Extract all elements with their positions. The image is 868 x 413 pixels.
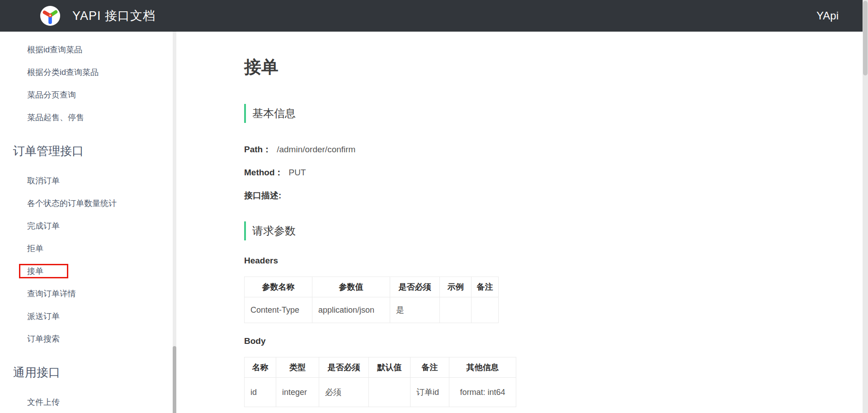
sidebar-item[interactable]: 取消订单 <box>0 169 176 192</box>
sidebar-item[interactable]: 拒单 <box>0 237 176 260</box>
body-table-label: Body <box>244 336 863 347</box>
sidebar-item-label: 完成订单 <box>27 221 60 231</box>
sidebar-item[interactable]: 菜品起售、停售 <box>0 106 176 129</box>
description-row: 接口描述: <box>244 190 863 202</box>
body-table: 名称类型是否必须默认值备注其他信息idinteger必须订单idformat: … <box>244 357 516 407</box>
sidebar-item-label: 根据分类id查询菜品 <box>27 67 99 78</box>
section-heading-request-params: 请求参数 <box>244 221 863 240</box>
sidebar-scrollbar-thumb[interactable] <box>173 346 176 413</box>
sidebar: 根据id查询菜品根据分类id查询菜品菜品分页查询菜品起售、停售订单管理接口取消订… <box>0 32 176 413</box>
sidebar-item-active[interactable]: 接单 <box>0 260 176 282</box>
headers-table-label: Headers <box>244 255 863 266</box>
table-cell: id <box>245 378 276 407</box>
table-row: idinteger必须订单idformat: int64 <box>245 378 516 407</box>
sidebar-scrollbar[interactable] <box>173 32 176 413</box>
column-header: 其他信息 <box>449 357 516 378</box>
table-row: Content-Typeapplication/json是 <box>245 297 499 323</box>
table-header-row: 参数名称参数值是否必须示例备注 <box>245 277 499 297</box>
section-heading-basic-info: 基本信息 <box>244 104 863 123</box>
column-header: 类型 <box>276 357 319 378</box>
table-cell: 必须 <box>319 378 369 407</box>
sidebar-item-label: 拒单 <box>27 243 43 254</box>
sidebar-item-label: 派送订单 <box>27 311 60 322</box>
table-cell: 订单id <box>410 378 449 407</box>
main-content: 接单 基本信息 Path：/admin/order/confirm Method… <box>176 32 863 413</box>
sidebar-item[interactable]: 查询订单详情 <box>0 282 176 305</box>
sidebar-section-title: 订单管理接口 <box>0 139 176 163</box>
top-header-bar: YAPI 接口文档 YApi <box>0 0 863 32</box>
table-cell: format: int64 <box>449 378 516 407</box>
method-label: Method： <box>244 168 283 177</box>
sidebar-item-label: 订单搜索 <box>27 333 60 344</box>
table-cell <box>472 297 499 323</box>
column-header: 是否必须 <box>390 277 440 297</box>
page-title: YAPI 接口文档 <box>72 8 156 24</box>
column-header: 名称 <box>245 357 276 378</box>
sidebar-item-label: 取消订单 <box>27 175 60 186</box>
sidebar-item-label: 通用接口 <box>13 365 60 380</box>
method-row: Method：PUT <box>244 167 863 178</box>
table-cell: Content-Type <box>245 297 312 323</box>
sidebar-item-label: 订单管理接口 <box>13 143 84 159</box>
sidebar-nav: 根据id查询菜品根据分类id查询菜品菜品分页查询菜品起售、停售订单管理接口取消订… <box>0 32 176 413</box>
path-label: Path： <box>244 145 271 154</box>
header-right-link[interactable]: YApi <box>816 0 839 32</box>
table-cell: 是 <box>390 297 440 323</box>
yapi-logo-icon[interactable] <box>40 5 61 26</box>
column-header: 参数值 <box>312 277 390 297</box>
method-value: PUT <box>289 168 306 177</box>
column-header: 备注 <box>472 277 499 297</box>
sidebar-item[interactable]: 派送订单 <box>0 305 176 328</box>
table-cell: integer <box>276 378 319 407</box>
page-scrollbar[interactable] <box>863 0 868 413</box>
sidebar-item[interactable]: 各个状态的订单数量统计 <box>0 192 176 215</box>
sidebar-item-label: 文件上传 <box>27 397 60 408</box>
sidebar-item[interactable]: 菜品分页查询 <box>0 84 176 106</box>
sidebar-section-title: 通用接口 <box>0 361 176 385</box>
page-scrollbar-thumb[interactable] <box>863 1 868 75</box>
headers-table: 参数名称参数值是否必须示例备注Content-Typeapplication/j… <box>244 277 499 323</box>
column-header: 备注 <box>410 357 449 378</box>
api-title: 接单 <box>244 53 863 80</box>
sidebar-item-label: 菜品分页查询 <box>27 89 76 100</box>
sidebar-item[interactable]: 根据分类id查询菜品 <box>0 61 176 84</box>
sidebar-item[interactable]: 订单搜索 <box>0 328 176 350</box>
description-label: 接口描述: <box>244 191 281 200</box>
path-row: Path：/admin/order/confirm <box>244 144 863 155</box>
table-cell <box>440 297 472 323</box>
column-header: 是否必须 <box>319 357 369 378</box>
sidebar-item-label: 菜品起售、停售 <box>27 112 84 123</box>
sidebar-item-label: 根据id查询菜品 <box>27 44 82 55</box>
sidebar-item[interactable]: 根据id查询菜品 <box>0 38 176 61</box>
sidebar-item[interactable]: 文件上传 <box>0 391 176 413</box>
sidebar-item-label: 查询订单详情 <box>27 288 76 299</box>
table-cell <box>369 378 410 407</box>
sidebar-item[interactable]: 完成订单 <box>0 215 176 237</box>
sidebar-item-label: 接单 <box>19 264 68 278</box>
path-value: /admin/order/confirm <box>277 145 355 154</box>
table-cell: application/json <box>312 297 390 323</box>
column-header: 参数名称 <box>245 277 312 297</box>
sidebar-item-label: 各个状态的订单数量统计 <box>27 198 117 209</box>
table-header-row: 名称类型是否必须默认值备注其他信息 <box>245 357 516 378</box>
column-header: 默认值 <box>369 357 410 378</box>
column-header: 示例 <box>440 277 472 297</box>
